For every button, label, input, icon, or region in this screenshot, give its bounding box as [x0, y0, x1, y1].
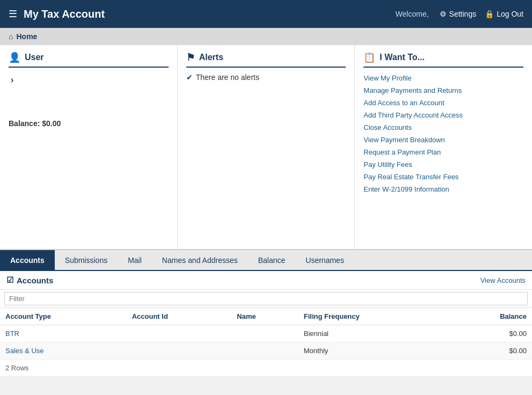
lock-icon: 🔒	[485, 10, 494, 18]
user-icon: 👤	[9, 52, 20, 63]
table-row: Sales & UseMonthly$0.00	[0, 342, 532, 360]
tab-accounts[interactable]: Accounts	[0, 250, 55, 270]
want-to-link[interactable]: Pay Real Estate Transfer Fees	[363, 172, 523, 182]
alerts-panel-header: ⚑ Alerts	[186, 52, 346, 68]
home-icon: ⌂	[9, 32, 13, 41]
i-want-to-title: I Want To...	[380, 53, 425, 62]
accounts-header: ☑ Accounts View Accounts	[0, 271, 532, 290]
tab-mail[interactable]: Mail	[118, 250, 152, 270]
table-row: BTRBiennial$0.00	[0, 325, 532, 342]
app-header: ☰ My Tax Account Welcome, ⚙ Settings 🔒 L…	[0, 0, 532, 28]
app-title: My Tax Account	[24, 8, 396, 20]
accounts-checkbox-icon: ☑	[6, 275, 13, 285]
tab-names-and-addresses[interactable]: Names and Addresses	[152, 250, 248, 270]
table-col-filing-frequency: Filing Frequency	[298, 308, 448, 325]
alerts-panel: ⚑ Alerts ✔ There are no alerts	[178, 45, 355, 249]
account-id	[127, 342, 232, 360]
table-header: Account TypeAccount IdNameFiling Frequen…	[0, 308, 532, 325]
menu-icon[interactable]: ☰	[9, 8, 17, 20]
accounts-header-title: ☑ Accounts	[6, 275, 480, 285]
want-to-link[interactable]: Add Third Party Account Access	[363, 110, 523, 120]
user-panel-header: 👤 User	[9, 52, 169, 68]
want-to-link[interactable]: Request a Payment Plan	[363, 147, 523, 157]
filter-input[interactable]	[4, 292, 528, 305]
want-to-link[interactable]: View Payment Breakdown	[363, 135, 523, 145]
want-to-link[interactable]: View My Profile	[363, 73, 523, 83]
want-to-link[interactable]: Close Accounts	[363, 122, 523, 133]
account-type-link[interactable]: BTR	[5, 330, 19, 338]
welcome-text: Welcome,	[396, 10, 429, 18]
tab-submissions[interactable]: Submissions	[55, 250, 118, 270]
table-col-name: Name	[231, 308, 298, 325]
want-to-link[interactable]: Enter W-2/1099 Information	[363, 184, 523, 194]
want-to-link[interactable]: Pay Utility Fees	[363, 159, 523, 170]
alerts-panel-title: Alerts	[199, 53, 223, 62]
account-name	[231, 342, 298, 360]
table-body: BTRBiennial$0.00Sales & UseMonthly$0.00	[0, 325, 532, 360]
logout-label: Log Out	[497, 10, 523, 18]
filing-frequency: Monthly	[298, 342, 448, 360]
gear-icon: ⚙	[440, 10, 447, 18]
home-link[interactable]: Home	[16, 32, 37, 41]
want-to-link[interactable]: Add Access to an Account	[363, 98, 523, 108]
account-type-link[interactable]: Sales & Use	[5, 347, 44, 355]
breadcrumb: ⌂ Home	[0, 28, 532, 45]
table-header-row: Account TypeAccount IdNameFiling Frequen…	[0, 308, 532, 325]
view-accounts-link[interactable]: View Accounts	[480, 276, 526, 284]
logout-link[interactable]: 🔒 Log Out	[485, 10, 523, 18]
check-icon: ✔	[186, 73, 193, 82]
tab-balance[interactable]: Balance	[248, 250, 296, 270]
accounts-table: Account TypeAccount IdNameFiling Frequen…	[0, 308, 532, 360]
settings-label: Settings	[449, 10, 477, 18]
flag-icon: ⚑	[186, 52, 195, 63]
accounts-section: ☑ Accounts View Accounts Account TypeAcc…	[0, 271, 532, 376]
user-balance: Balance: $0.00	[9, 119, 169, 128]
user-panel: 👤 User › Balance: $0.00	[0, 45, 178, 249]
i-want-to-panel-header: 📋 I Want To...	[363, 52, 523, 68]
user-expand-button[interactable]: ›	[9, 73, 169, 87]
want-to-link[interactable]: Manage Payments and Returns	[363, 85, 523, 96]
tab-usernames[interactable]: Usernames	[295, 250, 354, 270]
filing-frequency: Biennial	[298, 325, 448, 342]
table-col-balance: Balance	[448, 308, 532, 325]
tabs-bar: AccountsSubmissionsMailNames and Address…	[0, 250, 532, 271]
settings-link[interactable]: ⚙ Settings	[440, 10, 477, 18]
balance-cell: $0.00	[448, 325, 532, 342]
account-name	[231, 325, 298, 342]
i-want-to-panel: 📋 I Want To... View My ProfileManage Pay…	[355, 45, 532, 249]
rows-count: 2 Rows	[0, 360, 532, 376]
filter-row	[0, 290, 532, 308]
no-alerts-message: ✔ There are no alerts	[186, 73, 346, 82]
dashboard-panels: 👤 User › Balance: $0.00 ⚑ Alerts ✔ There…	[0, 45, 532, 250]
accounts-title-text: Accounts	[17, 276, 53, 285]
clipboard-icon: 📋	[363, 52, 375, 63]
balance-cell: $0.00	[448, 342, 532, 360]
no-alerts-text: There are no alerts	[196, 73, 259, 82]
account-id	[127, 325, 232, 342]
table-col-account-type: Account Type	[0, 308, 127, 325]
user-panel-title: User	[25, 53, 44, 62]
i-want-to-links: View My ProfileManage Payments and Retur…	[363, 73, 523, 194]
table-col-account-id: Account Id	[127, 308, 232, 325]
header-actions: ⚙ Settings 🔒 Log Out	[440, 10, 523, 18]
